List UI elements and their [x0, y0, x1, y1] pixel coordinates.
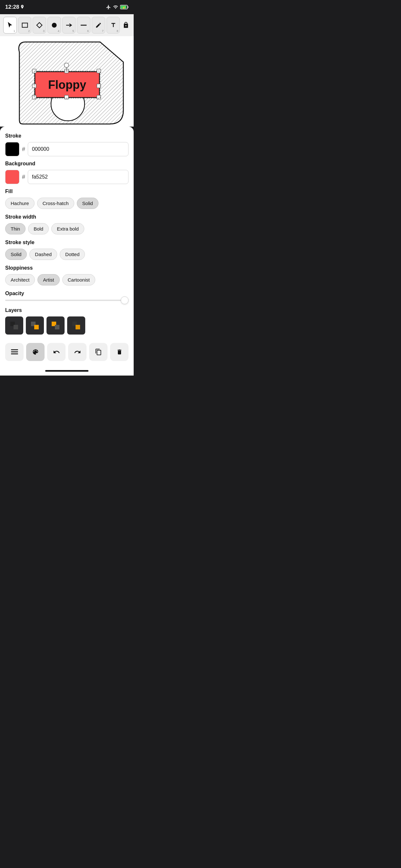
layer-item-3[interactable]	[47, 316, 65, 335]
svg-rect-2	[128, 6, 128, 8]
stroke-thin[interactable]: Thin	[5, 223, 26, 235]
pen-icon	[95, 22, 102, 28]
stroke-width-options: Thin Bold Extra bold	[5, 223, 128, 235]
time-display: 12:28	[5, 4, 19, 10]
tool-rect[interactable]: 2	[18, 17, 32, 34]
tool-diamond[interactable]: 3	[33, 17, 46, 34]
lock-open-icon	[122, 22, 129, 29]
tool-num-4: 4	[58, 29, 59, 33]
status-time: 12:28	[5, 4, 24, 10]
svg-rect-26	[34, 325, 39, 330]
menu-button[interactable]	[5, 343, 24, 361]
opacity-label: Opacity	[5, 290, 128, 297]
layer-icon-1	[9, 320, 19, 331]
rect-icon	[22, 22, 28, 28]
bottom-panel: Stroke # Background # Fill Hachure Cross…	[0, 127, 134, 368]
layer-item-2[interactable]	[26, 316, 44, 335]
status-icons: ⚡	[106, 4, 128, 10]
menu-icon	[11, 349, 18, 355]
svg-point-5	[52, 23, 57, 28]
background-color-row: #	[5, 170, 128, 184]
trash-icon	[116, 348, 123, 355]
layer-item-1[interactable]	[5, 316, 23, 335]
layer-icon-4	[71, 320, 81, 331]
undo-button[interactable]	[47, 343, 66, 361]
wifi-icon	[113, 4, 118, 10]
stroke-color-input[interactable]	[28, 142, 128, 156]
svg-rect-31	[11, 349, 18, 350]
background-color-input[interactable]	[28, 170, 128, 184]
stroke-bold[interactable]: Bold	[28, 223, 49, 235]
background-hash: #	[22, 174, 25, 181]
home-indicator	[0, 368, 134, 376]
opacity-slider-track[interactable]	[5, 300, 128, 301]
lock-button[interactable]	[121, 17, 130, 34]
stroke-hash: #	[22, 146, 25, 153]
arrow-icon	[66, 23, 73, 27]
drawing-canvas[interactable]: Floppy	[0, 36, 134, 127]
delete-button[interactable]	[110, 343, 128, 361]
redo-button[interactable]	[68, 343, 87, 361]
stroke-solid[interactable]: Solid	[5, 249, 27, 260]
svg-text:Floppy: Floppy	[48, 78, 86, 91]
tool-num-3: 3	[43, 29, 44, 33]
fill-solid[interactable]: Solid	[77, 197, 98, 209]
sloppiness-artist[interactable]: Artist	[37, 274, 59, 285]
tool-num-7: 7	[102, 29, 104, 33]
line-icon	[80, 24, 87, 26]
diamond-icon	[36, 22, 42, 28]
svg-rect-30	[75, 325, 80, 330]
action-bar	[5, 340, 128, 368]
fill-hachure[interactable]: Hachure	[5, 197, 35, 209]
sloppiness-cartoonist[interactable]: Cartoonist	[62, 274, 95, 285]
layers-label: Layers	[5, 307, 128, 313]
background-color-swatch[interactable]	[5, 170, 19, 184]
undo-icon	[53, 348, 60, 355]
cursor-icon	[7, 22, 13, 28]
canvas-area[interactable]: Floppy	[0, 36, 134, 127]
palette-icon	[32, 348, 39, 355]
airplane-icon	[106, 4, 111, 10]
stroke-width-label: Stroke width	[5, 214, 128, 220]
stroke-style-label: Stroke style	[5, 240, 128, 245]
tool-pen[interactable]: 7	[92, 17, 105, 34]
circle-icon	[51, 22, 58, 28]
layer-icon-2	[30, 320, 40, 331]
opacity-section: Opacity	[5, 290, 128, 301]
stroke-style-options: Solid Dashed Dotted	[5, 249, 128, 260]
tool-select[interactable]: 1	[3, 17, 17, 34]
layer-icon-3	[50, 320, 61, 331]
style-button[interactable]	[26, 343, 44, 361]
background-label: Background	[5, 161, 128, 166]
svg-rect-32	[11, 351, 18, 352]
stroke-label: Stroke	[5, 133, 128, 139]
status-bar: 12:28 ⚡	[0, 0, 134, 14]
stroke-extra-bold[interactable]: Extra bold	[51, 223, 84, 235]
layer-items	[5, 316, 128, 335]
tool-line[interactable]: 6	[77, 17, 90, 34]
svg-rect-24	[13, 325, 18, 330]
svg-rect-33	[11, 353, 18, 354]
tool-num-5: 5	[72, 29, 74, 33]
sloppiness-architect[interactable]: Architect	[5, 274, 35, 285]
svg-rect-4	[22, 23, 27, 27]
tool-num-6: 6	[87, 29, 89, 33]
stroke-dashed[interactable]: Dashed	[29, 249, 57, 260]
stroke-color-row: #	[5, 142, 128, 156]
tool-num-8: 8	[117, 29, 118, 33]
stroke-color-swatch[interactable]	[5, 142, 19, 156]
svg-rect-18	[65, 95, 68, 99]
fill-crosshatch[interactable]: Cross-hatch	[37, 197, 74, 209]
tool-circle[interactable]: 4	[48, 17, 61, 34]
tool-text[interactable]: 8	[106, 17, 120, 34]
stroke-dotted[interactable]: Dotted	[60, 249, 85, 260]
sloppiness-label: Sloppiness	[5, 265, 128, 271]
tool-arrow[interactable]: 5	[62, 17, 76, 34]
redo-icon	[74, 348, 81, 355]
opacity-slider-thumb[interactable]	[121, 297, 128, 304]
copy-icon	[95, 348, 102, 355]
duplicate-button[interactable]	[89, 343, 107, 361]
home-bar	[45, 370, 89, 372]
layer-item-4[interactable]	[67, 316, 85, 335]
location-icon	[20, 5, 24, 9]
